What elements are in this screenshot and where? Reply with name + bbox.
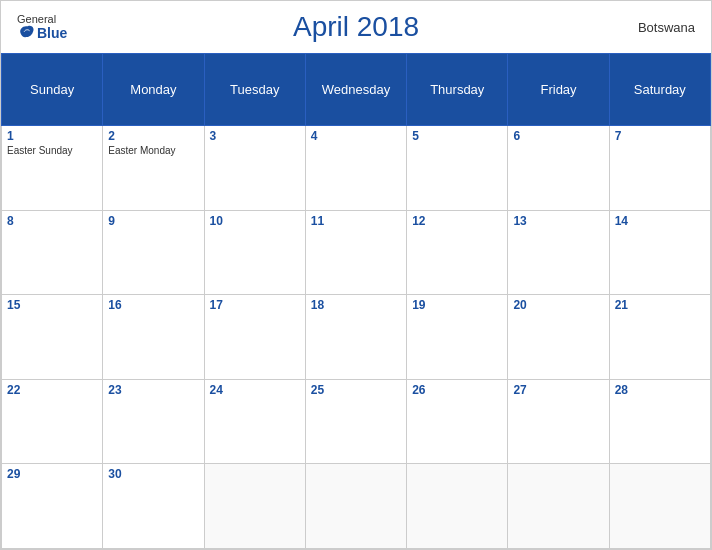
day-number: 8 xyxy=(7,214,97,228)
calendar-day-cell xyxy=(305,464,406,549)
calendar-day-cell: 12 xyxy=(407,210,508,295)
day-number: 27 xyxy=(513,383,603,397)
calendar-day-cell: 17 xyxy=(204,295,305,380)
month-title: April 2018 xyxy=(293,11,419,43)
calendar-day-cell: 23 xyxy=(103,379,204,464)
calendar-week-row: 891011121314 xyxy=(2,210,711,295)
calendar-day-cell: 26 xyxy=(407,379,508,464)
calendar-container: General Blue April 2018 Botswana Sunday … xyxy=(0,0,712,550)
day-number: 29 xyxy=(7,467,97,481)
calendar-week-row: 1Easter Sunday2Easter Monday34567 xyxy=(2,126,711,211)
calendar-week-row: 2930 xyxy=(2,464,711,549)
calendar-day-cell: 10 xyxy=(204,210,305,295)
day-number: 19 xyxy=(412,298,502,312)
calendar-day-cell: 27 xyxy=(508,379,609,464)
calendar-week-row: 22232425262728 xyxy=(2,379,711,464)
header-tuesday: Tuesday xyxy=(204,54,305,126)
day-number: 16 xyxy=(108,298,198,312)
day-number: 15 xyxy=(7,298,97,312)
calendar-table: Sunday Monday Tuesday Wednesday Thursday… xyxy=(1,53,711,549)
day-number: 12 xyxy=(412,214,502,228)
country-label: Botswana xyxy=(638,20,695,35)
day-number: 2 xyxy=(108,129,198,143)
calendar-day-cell xyxy=(204,464,305,549)
calendar-day-cell: 21 xyxy=(609,295,710,380)
day-number: 26 xyxy=(412,383,502,397)
calendar-day-cell: 7 xyxy=(609,126,710,211)
calendar-day-cell: 2Easter Monday xyxy=(103,126,204,211)
header-sunday: Sunday xyxy=(2,54,103,126)
calendar-day-cell: 9 xyxy=(103,210,204,295)
calendar-day-cell: 29 xyxy=(2,464,103,549)
calendar-header: General Blue April 2018 Botswana xyxy=(1,1,711,53)
day-number: 7 xyxy=(615,129,705,143)
day-number: 5 xyxy=(412,129,502,143)
day-number: 20 xyxy=(513,298,603,312)
calendar-day-cell: 18 xyxy=(305,295,406,380)
day-number: 3 xyxy=(210,129,300,143)
day-number: 4 xyxy=(311,129,401,143)
calendar-day-cell xyxy=(508,464,609,549)
day-number: 25 xyxy=(311,383,401,397)
day-number: 21 xyxy=(615,298,705,312)
calendar-day-cell: 25 xyxy=(305,379,406,464)
calendar-day-cell: 13 xyxy=(508,210,609,295)
calendar-day-cell: 19 xyxy=(407,295,508,380)
day-number: 22 xyxy=(7,383,97,397)
calendar-day-cell: 14 xyxy=(609,210,710,295)
day-number: 17 xyxy=(210,298,300,312)
header-monday: Monday xyxy=(103,54,204,126)
header-friday: Friday xyxy=(508,54,609,126)
calendar-day-cell: 28 xyxy=(609,379,710,464)
weekday-header-row: Sunday Monday Tuesday Wednesday Thursday… xyxy=(2,54,711,126)
logo: General Blue xyxy=(17,14,67,41)
holiday-label: Easter Monday xyxy=(108,145,198,156)
calendar-day-cell xyxy=(407,464,508,549)
logo-blue-text: Blue xyxy=(17,25,67,41)
calendar-day-cell: 4 xyxy=(305,126,406,211)
day-number: 30 xyxy=(108,467,198,481)
day-number: 28 xyxy=(615,383,705,397)
calendar-day-cell: 8 xyxy=(2,210,103,295)
day-number: 18 xyxy=(311,298,401,312)
calendar-day-cell: 30 xyxy=(103,464,204,549)
calendar-week-row: 15161718192021 xyxy=(2,295,711,380)
day-number: 9 xyxy=(108,214,198,228)
day-number: 6 xyxy=(513,129,603,143)
calendar-day-cell: 11 xyxy=(305,210,406,295)
calendar-day-cell: 6 xyxy=(508,126,609,211)
day-number: 23 xyxy=(108,383,198,397)
calendar-day-cell: 16 xyxy=(103,295,204,380)
day-number: 14 xyxy=(615,214,705,228)
day-number: 24 xyxy=(210,383,300,397)
day-number: 11 xyxy=(311,214,401,228)
header-thursday: Thursday xyxy=(407,54,508,126)
logo-bird-icon xyxy=(17,25,35,41)
header-saturday: Saturday xyxy=(609,54,710,126)
holiday-label: Easter Sunday xyxy=(7,145,97,156)
header-wednesday: Wednesday xyxy=(305,54,406,126)
day-number: 10 xyxy=(210,214,300,228)
day-number: 13 xyxy=(513,214,603,228)
calendar-day-cell: 1Easter Sunday xyxy=(2,126,103,211)
calendar-day-cell: 3 xyxy=(204,126,305,211)
calendar-day-cell xyxy=(609,464,710,549)
calendar-day-cell: 22 xyxy=(2,379,103,464)
calendar-day-cell: 24 xyxy=(204,379,305,464)
day-number: 1 xyxy=(7,129,97,143)
logo-general-text: General xyxy=(17,14,56,25)
calendar-day-cell: 20 xyxy=(508,295,609,380)
calendar-day-cell: 5 xyxy=(407,126,508,211)
calendar-day-cell: 15 xyxy=(2,295,103,380)
